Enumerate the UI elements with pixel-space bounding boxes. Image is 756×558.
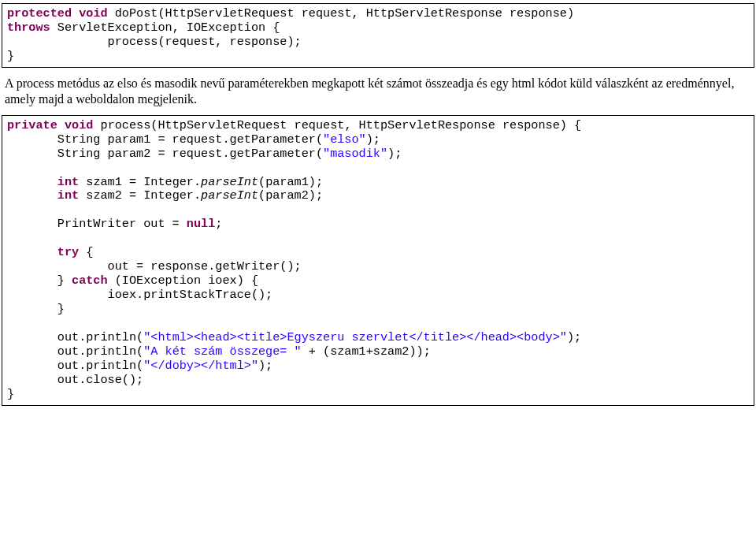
code-text: szam2 = Integer. xyxy=(79,188,201,203)
code-text: process(HttpServletRequest request, Http… xyxy=(93,118,581,132)
code-text: } xyxy=(7,49,14,63)
code-text: ioex.printStackTrace(); xyxy=(7,288,272,302)
italic-call: parseInt xyxy=(201,175,258,189)
code-text: + (szam1+szam2)); xyxy=(302,344,431,359)
keyword: catch xyxy=(72,273,108,288)
code-text: String param1 = request.getParameter( xyxy=(7,132,323,147)
code-text: } xyxy=(7,387,14,401)
code-text: out.println( xyxy=(7,330,143,344)
code-text: ); xyxy=(387,147,402,161)
code-text: out = response.getWriter(); xyxy=(7,259,302,273)
code-text: } xyxy=(7,273,72,288)
keyword: protected xyxy=(7,6,72,20)
keyword: int xyxy=(57,188,79,203)
keyword: void xyxy=(65,118,93,132)
code-text: (IOException ioex) { xyxy=(108,273,258,288)
string-literal: "elso" xyxy=(323,132,366,147)
code-text: PrintWriter out = xyxy=(7,217,187,231)
code-text: (param1); xyxy=(258,175,323,189)
keyword: int xyxy=(57,175,79,189)
paragraph-description: A process metódus az elso és masodik nev… xyxy=(5,76,751,107)
code-text: doPost(HttpServletRequest request, HttpS… xyxy=(108,6,574,20)
code-text: ServletException, IOException { xyxy=(50,20,280,35)
code-text: process(request, response); xyxy=(7,35,302,49)
string-literal: "A két szám összege= " xyxy=(143,344,302,359)
code-text: out.println( xyxy=(7,344,143,359)
code-text xyxy=(7,175,57,189)
italic-call: parseInt xyxy=(201,188,258,203)
code-text: out.println( xyxy=(7,359,143,373)
code-text: String param2 = request.getParameter( xyxy=(7,147,323,161)
code-text: szam1 = Integer. xyxy=(79,175,201,189)
code-block-process: private void process(HttpServletRequest … xyxy=(2,115,754,406)
keyword: void xyxy=(79,6,107,20)
string-literal: "masodik" xyxy=(323,147,387,161)
string-literal: "<html><head><title>Egyszeru szervlet</t… xyxy=(143,330,567,344)
code-text: out.close(); xyxy=(7,373,143,387)
string-literal: "</doby></html>" xyxy=(143,359,258,373)
keyword: null xyxy=(187,217,215,231)
keyword: private xyxy=(7,118,57,132)
code-text: ); xyxy=(258,359,272,373)
code-text: ); xyxy=(567,330,581,344)
keyword: try xyxy=(57,245,79,259)
code-text xyxy=(7,188,57,203)
code-text: ; xyxy=(215,217,222,231)
code-text: ); xyxy=(366,132,380,147)
code-text: (param2); xyxy=(258,188,323,203)
code-text: { xyxy=(79,245,93,259)
code-text: } xyxy=(7,302,65,316)
code-text xyxy=(7,245,57,259)
code-block-dopost: protected void doPost(HttpServletRequest… xyxy=(2,3,754,68)
keyword: throws xyxy=(7,20,50,35)
